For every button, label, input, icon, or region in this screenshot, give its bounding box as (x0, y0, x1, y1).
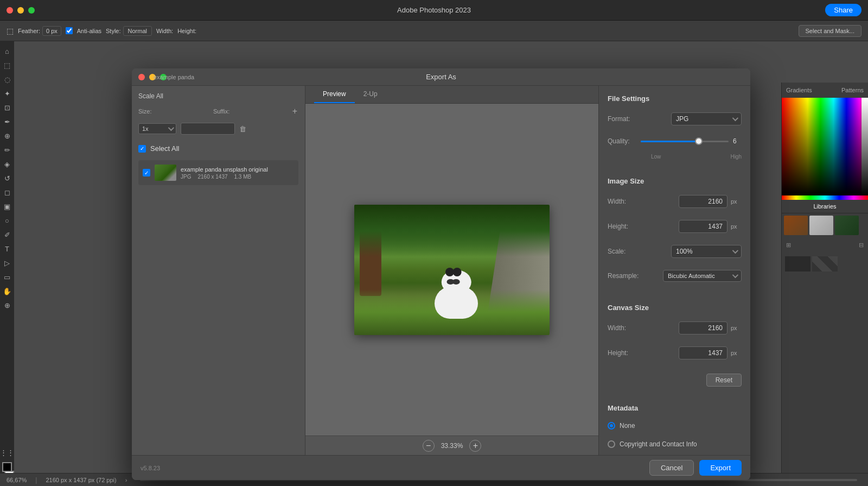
close-button[interactable] (7, 7, 13, 14)
add-scale-button[interactable]: + (291, 105, 298, 117)
file-format: JPG (181, 174, 191, 180)
canvas-height-control: px (679, 346, 742, 359)
file-checkbox[interactable]: ✓ (143, 169, 150, 176)
file-dimensions: 2160 x 1437 (197, 174, 227, 180)
image-height-input[interactable] (679, 220, 727, 233)
scale-row: 1x 🗑 (138, 123, 298, 135)
hand-icon[interactable]: ✋ (2, 286, 12, 296)
canvas-width-row: Width: px (608, 321, 742, 334)
swatch-3[interactable] (835, 216, 859, 235)
fullscreen-button[interactable] (28, 7, 35, 14)
eraser-icon[interactable]: ◻ (2, 187, 12, 198)
dialog-close[interactable] (138, 74, 145, 80)
traffic-lights[interactable] (7, 7, 35, 14)
metadata-none-radio[interactable] (608, 422, 615, 430)
toolbar-anti-alias[interactable]: Anti-alias (66, 27, 101, 34)
canvas-width-input[interactable] (679, 321, 727, 334)
zoom-icon[interactable]: ⊕ (2, 300, 12, 311)
healing-icon[interactable]: ⊕ (2, 130, 12, 141)
resample-select[interactable]: Bicubic Automatic (663, 270, 742, 282)
marquee-icon[interactable]: ⬚ (2, 60, 12, 71)
right-panel-tabs: Libraries (782, 200, 868, 213)
crop-icon[interactable]: ⊡ (2, 102, 12, 113)
share-button[interactable]: Share (825, 4, 861, 16)
pattern-item[interactable] (785, 256, 810, 272)
style-select[interactable]: Normal (123, 26, 152, 36)
app-title: Adobe Photoshop 2023 (397, 6, 471, 14)
tab-2up[interactable]: 2-Up (355, 86, 386, 103)
file-item[interactable]: ✓ example panda unsplash original JPG 21… (138, 160, 298, 185)
swatch-1[interactable] (784, 216, 808, 235)
format-select[interactable]: JPG (671, 112, 742, 125)
home-icon[interactable]: ⌂ (2, 46, 12, 56)
eyedropper-icon[interactable]: ✒ (2, 116, 12, 127)
resample-row: Resample: Bicubic Automatic (608, 270, 742, 282)
select-and-mask-button[interactable]: Select and Mask... (799, 25, 862, 37)
file-info: example panda unsplash original JPG 2160… (181, 166, 294, 180)
scale-row-right: Scale: 100% (608, 245, 742, 258)
gradients-label[interactable]: Gradients (786, 87, 812, 93)
hue-strip[interactable] (782, 195, 868, 200)
more-tools-icon[interactable]: ⋮⋮ (2, 447, 12, 458)
dialog-tab-label: example panda (154, 74, 194, 80)
toolbar-feather: Feather: 0 px (18, 26, 61, 36)
canvas-height-input[interactable] (679, 346, 727, 359)
canvas-height-row: Height: px (608, 346, 742, 359)
swatch-2[interactable] (809, 216, 833, 235)
cancel-button[interactable]: Cancel (649, 460, 694, 476)
color-swatch-area[interactable] (782, 98, 868, 195)
image-width-label: Width: (608, 198, 626, 205)
metadata-none-label: None (620, 422, 635, 430)
magic-wand-icon[interactable]: ✦ (2, 88, 12, 99)
toolbar: ⬚ Feather: 0 px Anti-alias Style: Normal… (0, 21, 868, 41)
canvas-width-unit: px (731, 325, 742, 331)
canvas-area: example panda Export As Scale All Size: … (14, 41, 868, 486)
toolbar-select-tool[interactable]: ⬚ (7, 27, 14, 35)
select-all-checkbox[interactable]: ✓ (138, 145, 146, 153)
pattern-item-2[interactable] (812, 256, 838, 272)
quality-slider[interactable] (641, 141, 729, 142)
dodge-icon[interactable]: ○ (2, 215, 12, 226)
lasso-icon[interactable]: ◌ (2, 74, 12, 85)
delete-scale-button[interactable]: 🗑 (239, 125, 246, 133)
scale-select-right[interactable]: 100% (671, 245, 742, 258)
patterns-label[interactable]: Patterns (841, 87, 864, 93)
zoom-out-button[interactable]: − (423, 440, 435, 452)
reset-button[interactable]: Reset (706, 374, 742, 387)
reset-row: Reset (608, 374, 742, 387)
quality-labels: Low High (608, 154, 742, 160)
image-width-input[interactable] (679, 195, 727, 208)
scale-all-header: Scale All (138, 92, 298, 100)
size-label: Size: (138, 108, 151, 115)
gradient-icon[interactable]: ▣ (2, 201, 12, 212)
expand-icon[interactable]: › (125, 477, 127, 483)
pattern-grid (785, 256, 865, 272)
minimize-button[interactable] (17, 7, 24, 14)
zoom-in-button[interactable]: + (469, 440, 481, 452)
scale-select[interactable]: 1x (138, 123, 176, 134)
canvas-width-label: Width: (608, 324, 626, 332)
canvas-size-title: Canvas Size (608, 304, 742, 312)
history-icon[interactable]: ↺ (2, 173, 12, 184)
shape-icon[interactable]: ▭ (2, 272, 12, 282)
pen-icon[interactable]: ✐ (2, 229, 12, 240)
path-selection-icon[interactable]: ▷ (2, 257, 12, 268)
export-button[interactable]: Export (699, 460, 742, 476)
select-all-label: Select All (150, 144, 179, 153)
suffix-input[interactable] (181, 123, 235, 135)
dialog-right-panel: File Settings Format: JPG Quality: (598, 86, 750, 455)
type-icon[interactable]: T (2, 243, 12, 254)
clone-icon[interactable]: ◈ (2, 159, 12, 169)
brush-icon[interactable]: ✏ (2, 144, 12, 155)
main-layout: ⌂ ⬚ ◌ ✦ ⊡ ✒ ⊕ ✏ ◈ ↺ ◻ ▣ ○ ✐ T ▷ ▭ ✋ ⊕ ⋮⋮ (0, 41, 868, 486)
dialog-title: Export As (426, 73, 456, 81)
canvas-height-unit: px (731, 350, 742, 356)
tab-preview[interactable]: Preview (314, 86, 355, 103)
metadata-copyright-radio[interactable] (608, 440, 615, 448)
libraries-tab[interactable]: Libraries (813, 203, 836, 210)
preview-area (305, 104, 598, 435)
size-suffix-row: Size: Suffix: + (138, 105, 298, 117)
anti-alias-checkbox[interactable] (66, 27, 73, 34)
dimension-status: 2160 px x 1437 px (72 ppi) (46, 477, 116, 483)
image-height-label: Height: (608, 223, 628, 230)
